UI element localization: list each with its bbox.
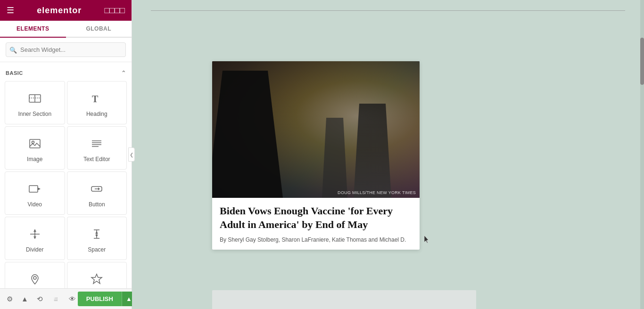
widget-image[interactable]: Image [5,126,65,170]
widget-button-label: Button [89,201,105,208]
widget-divider-label: Divider [26,246,43,253]
widget-inner-section[interactable]: Inner Section [5,81,65,124]
widget-text-editor-label: Text Editor [83,156,110,163]
bottom-card [212,290,476,309]
svg-marker-22 [95,231,98,234]
panel-tabs: ELEMENTS GLOBAL [0,21,132,38]
widget-video[interactable]: Video [5,171,65,215]
widget-inner-section-label: Inner Section [18,111,51,117]
svg-rect-4 [30,139,40,148]
svg-point-5 [32,141,34,144]
image-icon [26,135,43,152]
layers-icon[interactable]: ▲ [19,293,30,305]
svg-point-24 [33,276,36,279]
history-icon[interactable]: ⟲ [35,293,45,305]
widget-google-maps[interactable]: Google Maps [5,262,65,288]
search-container: 🔍 [0,38,132,62]
article-image-inner [212,61,420,198]
svg-marker-18 [33,236,36,239]
article-body: Biden Vows Enough Vaccine 'for Every Adu… [212,198,420,250]
svg-rect-10 [29,186,38,192]
widget-image-label: Image [27,156,42,163]
grid-icon[interactable]: □□□□ [105,6,125,16]
svg-marker-14 [98,187,100,190]
scrollbar-thumb[interactable] [640,38,644,85]
widget-text-editor[interactable]: Text Editor [67,126,127,170]
svg-marker-23 [95,235,98,237]
cursor-pointer [424,236,430,244]
widget-heading[interactable]: T Heading [67,81,127,124]
panel-header: ☰ elementor □□□□ [0,0,132,21]
svg-marker-26 [424,236,429,243]
svg-marker-25 [91,274,102,284]
tab-elements[interactable]: ELEMENTS [0,21,66,38]
photo-bg-figure [354,104,391,198]
bottom-toolbar: ⚙ ▲ ⟲ ◽ 👁 PUBLISH ▲ [0,288,132,309]
widget-spacer-label: Spacer [88,246,106,253]
chevron-down-icon: ⌃ [121,70,126,76]
article-card: DOUG MILLS/THE NEW YORK TIMES Biden Vows… [212,61,420,250]
toolbar-icons: ⚙ ▲ ⟲ ◽ 👁 [5,293,78,305]
svg-text:T: T [92,94,99,104]
basic-section-label: BASIC [6,70,23,76]
widget-divider[interactable]: Divider [5,217,65,260]
divider-icon [26,226,43,243]
text-editor-icon [88,135,105,152]
button-icon [88,180,105,197]
left-panel: ☰ elementor □□□□ ELEMENTS GLOBAL 🔍 BASIC… [0,0,132,309]
icon-icon [88,271,105,288]
svg-marker-11 [38,187,41,190]
widget-video-label: Video [28,201,42,208]
photo-credit: DOUG MILLS/THE NEW YORK TIMES [338,190,416,195]
widget-spacer[interactable]: Spacer [67,217,127,260]
search-input[interactable] [6,42,126,57]
eye-icon[interactable]: 👁 [67,293,78,305]
svg-marker-17 [33,229,36,232]
google-maps-icon [26,271,43,288]
article-byline: By Sheryl Gay Stolberg, Sharon LaFranier… [220,236,412,244]
elementor-logo: elementor [37,6,82,16]
article-image: DOUG MILLS/THE NEW YORK TIMES [212,61,420,198]
widgets-area: BASIC ⌃ Inner Section T [0,62,132,288]
widget-button[interactable]: Button [67,171,127,215]
article-title: Biden Vows Enough Vaccine 'for Every Adu… [220,204,412,231]
basic-section-header[interactable]: BASIC ⌃ [0,66,132,80]
tab-global[interactable]: GLOBAL [66,21,132,37]
heading-icon: T [88,90,105,107]
search-icon: 🔍 [9,46,17,53]
responsive-icon[interactable]: ◽ [50,293,62,305]
inner-section-icon [26,90,43,107]
widgets-grid: Inner Section T Heading [0,80,132,288]
publish-button[interactable]: PUBLISH [78,292,122,306]
settings-icon[interactable]: ⚙ [5,293,15,305]
widget-heading-label: Heading [86,111,107,117]
collapse-panel-button[interactable]: ❮ [128,147,135,162]
widget-icon[interactable]: Icon [67,262,127,288]
canvas-area: DOUG MILLS/THE NEW YORK TIMES Biden Vows… [132,0,644,309]
publish-area: PUBLISH ▲ [78,292,136,306]
top-divider-line [151,10,625,11]
spacer-icon [88,226,105,243]
video-icon [26,180,43,197]
hamburger-icon[interactable]: ☰ [7,5,14,16]
right-scrollbar[interactable] [640,0,644,309]
